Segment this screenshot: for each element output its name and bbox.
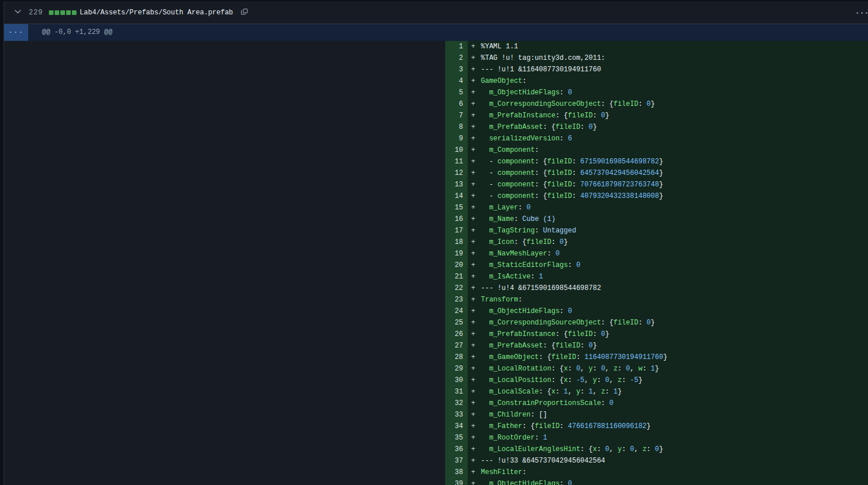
- new-line-number[interactable]: 24: [445, 305, 468, 317]
- old-side-empty-cell: [4, 421, 445, 432]
- code-text: %TAG !u! tag:unity3d.com,2011:: [481, 54, 605, 62]
- copy-icon: [240, 7, 249, 18]
- addition-marker: +: [471, 329, 481, 340]
- diff-row: 1+%YAML 1.1: [4, 41, 868, 52]
- new-line-number[interactable]: 14: [445, 190, 468, 202]
- new-line-number[interactable]: 5: [445, 87, 468, 98]
- code-line: + m_NavMeshLayer: 0: [468, 248, 868, 259]
- diff-row: 35+ m_RootOrder: 1: [4, 432, 868, 444]
- new-line-number[interactable]: 30: [445, 375, 468, 386]
- new-line-number[interactable]: 38: [445, 467, 468, 478]
- addition-marker: +: [471, 317, 481, 329]
- new-line-number[interactable]: 33: [445, 409, 468, 421]
- old-side-empty-cell: [4, 455, 445, 467]
- new-line-number[interactable]: 25: [445, 317, 468, 329]
- diff-row: 16+ m_Name: Cube (1): [4, 213, 868, 225]
- addition-marker: +: [471, 64, 481, 75]
- old-side-empty-cell: [4, 52, 445, 64]
- addition-marker: +: [471, 156, 481, 167]
- expand-hunk-button[interactable]: ...: [4, 24, 28, 41]
- diff-row: 5+ m_ObjectHideFlags: 0: [4, 87, 868, 98]
- code-text: m_Layer: 0: [481, 204, 530, 212]
- chevron-down-icon: [13, 7, 22, 18]
- collapse-file-button[interactable]: [12, 6, 24, 19]
- file-path-link[interactable]: Lab4/Assets/Prefabs/South Area.prefab: [80, 9, 233, 17]
- code-line: + m_PrefabInstance: {fileID: 0}: [468, 110, 868, 121]
- addition-marker: +: [471, 133, 481, 144]
- new-line-number[interactable]: 15: [445, 202, 468, 213]
- addition-marker: +: [471, 121, 481, 133]
- code-line: +%YAML 1.1: [468, 41, 868, 52]
- old-side-empty-cell: [4, 363, 445, 375]
- new-line-number[interactable]: 2: [445, 52, 468, 64]
- new-line-number[interactable]: 7: [445, 110, 468, 121]
- new-line-number[interactable]: 23: [445, 294, 468, 305]
- addition-marker: +: [471, 248, 481, 259]
- code-text: m_Father: {fileID: 4766167881160096182}: [481, 422, 651, 430]
- new-line-number[interactable]: 36: [445, 444, 468, 455]
- code-line: +%TAG !u! tag:unity3d.com,2011:: [468, 52, 868, 64]
- new-line-number[interactable]: 22: [445, 282, 468, 294]
- new-line-number[interactable]: 18: [445, 236, 468, 248]
- new-line-number[interactable]: 11: [445, 156, 468, 167]
- new-line-number[interactable]: 8: [445, 121, 468, 133]
- code-text: m_CorrespondingSourceObject: {fileID: 0}: [481, 319, 655, 327]
- new-line-number[interactable]: 1: [445, 41, 468, 52]
- code-text: GameObject:: [481, 77, 526, 85]
- code-text: m_Component:: [481, 146, 539, 154]
- code-line: + m_ObjectHideFlags: 0: [468, 305, 868, 317]
- addition-marker: +: [471, 75, 481, 87]
- new-line-number[interactable]: 28: [445, 352, 468, 363]
- addition-marker: +: [471, 432, 481, 444]
- new-line-number[interactable]: 29: [445, 363, 468, 375]
- diff-row: 24+ m_ObjectHideFlags: 0: [4, 305, 868, 317]
- old-side-empty-cell: [4, 110, 445, 121]
- new-line-number[interactable]: 21: [445, 271, 468, 282]
- code-line: + serializedVersion: 6: [468, 133, 868, 144]
- diff-row: 10+ m_Component:: [4, 144, 868, 156]
- code-text: m_ObjectHideFlags: 0: [481, 89, 572, 97]
- code-line: + m_ObjectHideFlags: 0: [468, 87, 868, 98]
- new-line-number[interactable]: 26: [445, 329, 468, 340]
- new-line-number[interactable]: 32: [445, 398, 468, 409]
- file-options-kebab-button[interactable]: [856, 7, 868, 18]
- new-line-number[interactable]: 16: [445, 213, 468, 225]
- code-line: + m_Component:: [468, 144, 868, 156]
- code-line: + m_LocalEulerAnglesHint: {x: 0, y: 0, z…: [468, 444, 868, 455]
- new-line-number[interactable]: 9: [445, 133, 468, 144]
- new-line-number[interactable]: 20: [445, 259, 468, 271]
- old-side-empty-cell: [4, 179, 445, 190]
- code-text: m_LocalScale: {x: 1, y: 1, z: 1}: [481, 388, 622, 396]
- diff-row: 27+ m_PrefabAsset: {fileID: 0}: [4, 340, 868, 352]
- code-text: --- !u!33 &6457370429456042564: [481, 457, 605, 465]
- code-text: - component: {fileID: 645737042945604256…: [481, 169, 663, 177]
- code-text: m_Name: Cube (1): [481, 215, 556, 223]
- new-line-number[interactable]: 19: [445, 248, 468, 259]
- diff-row: 23+Transform:: [4, 294, 868, 305]
- diff-row: 20+ m_StaticEditorFlags: 0: [4, 259, 868, 271]
- new-line-number[interactable]: 39: [445, 478, 468, 485]
- addition-marker: +: [471, 409, 481, 421]
- diff-row: 3+--- !u!1 &1164087730194911760: [4, 64, 868, 75]
- new-line-number[interactable]: 13: [445, 179, 468, 190]
- code-line: + m_GameObject: {fileID: 116408773019491…: [468, 352, 868, 363]
- new-line-number[interactable]: 4: [445, 75, 468, 87]
- old-side-empty-cell: [4, 375, 445, 386]
- new-line-number[interactable]: 27: [445, 340, 468, 352]
- new-line-number[interactable]: 10: [445, 144, 468, 156]
- addition-marker: +: [471, 98, 481, 110]
- new-line-number[interactable]: 37: [445, 455, 468, 467]
- code-text: %YAML 1.1: [481, 43, 518, 51]
- new-line-number[interactable]: 6: [445, 98, 468, 110]
- new-line-number[interactable]: 31: [445, 386, 468, 398]
- old-side-empty-cell: [4, 167, 445, 179]
- new-line-number[interactable]: 35: [445, 432, 468, 444]
- copy-path-button[interactable]: [238, 6, 251, 19]
- new-line-number[interactable]: 3: [445, 64, 468, 75]
- diff-row: 11+ - component: {fileID: 67159016985446…: [4, 156, 868, 167]
- new-line-number[interactable]: 17: [445, 225, 468, 236]
- new-line-number[interactable]: 12: [445, 167, 468, 179]
- code-text: m_PrefabInstance: {fileID: 0}: [481, 112, 609, 120]
- new-line-number[interactable]: 34: [445, 421, 468, 432]
- code-text: m_NavMeshLayer: 0: [481, 250, 560, 258]
